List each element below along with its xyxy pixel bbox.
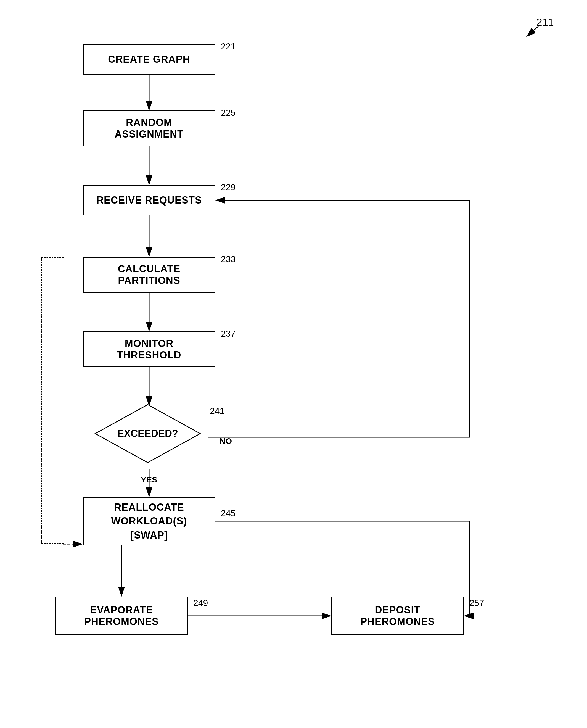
ref-249: 249	[193, 598, 208, 608]
reallocate-box: REALLOCATE WORKLOAD(S) [SWAP]	[83, 497, 215, 545]
exceeded-diamond: EXCEEDED?	[103, 406, 192, 461]
ref-245: 245	[221, 508, 236, 518]
diagram: 211 CREATE GRAPH 221 RANDOM ASSIGNMENT 2…	[0, 0, 587, 728]
ref-221: 221	[221, 42, 236, 52]
ref-233: 233	[221, 254, 236, 264]
receive-requests-box: RECEIVE REQUESTS	[83, 185, 215, 215]
evaporate-box: EVAPORATE PHEROMONES	[55, 596, 188, 635]
ref-211: 211	[537, 17, 554, 28]
monitor-threshold-box: MONITOR THRESHOLD	[83, 331, 215, 367]
yes-label: YES	[141, 475, 157, 485]
ref-225: 225	[221, 108, 236, 118]
ref-229: 229	[221, 182, 236, 192]
create-graph-box: CREATE GRAPH	[83, 44, 215, 75]
ref-241: 241	[210, 406, 225, 416]
ref-237: 237	[221, 329, 236, 339]
ref-257: 257	[469, 598, 484, 608]
exceeded-label: EXCEEDED?	[117, 428, 178, 439]
no-label: NO	[219, 436, 232, 446]
calculate-partitions-box: CALCULATE PARTITIONS	[83, 257, 215, 293]
deposit-box: DEPOSIT PHEROMONES	[331, 596, 464, 635]
dashed-loop-bracket	[41, 257, 64, 544]
random-assignment-box: RANDOM ASSIGNMENT	[83, 111, 215, 146]
